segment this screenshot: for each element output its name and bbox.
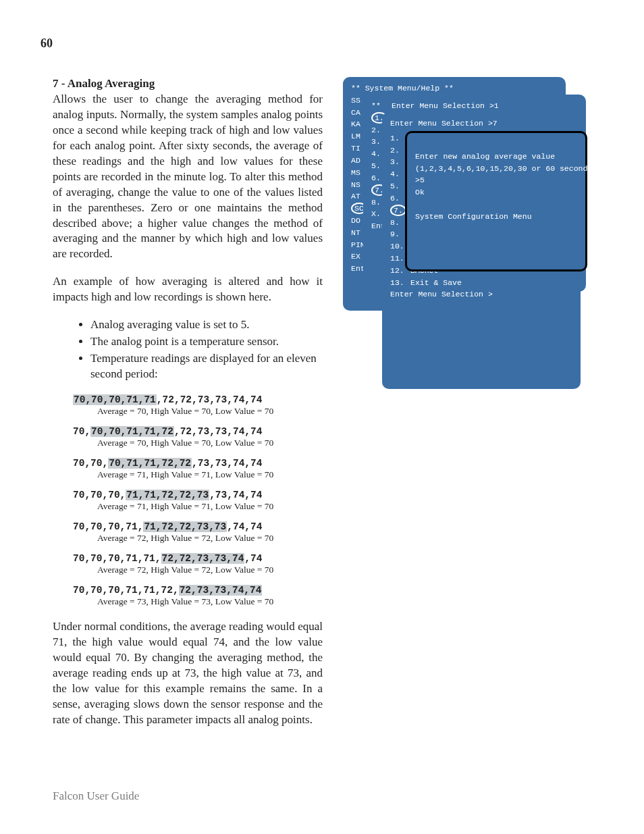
sample-block: 70,70,70,71,71,72,72,73,73,74,74Average …	[73, 426, 323, 448]
sample-caption: Average = 72, High Value = 72, Low Value…	[97, 565, 323, 575]
bullet-item: Analog averaging value is set to 5.	[90, 317, 323, 333]
paragraph-2: An example of how averaging is altered a…	[53, 274, 323, 305]
terminal-c-row: Enter Menu Selection >7	[390, 118, 572, 130]
sample-data-line: 70,70,70,71,71,72,72,73,73,74,74	[73, 394, 323, 405]
sample-block: 70,70,70,71,71,72,72,73,73,74,74Average …	[73, 458, 323, 480]
terminal-d-row	[415, 138, 577, 151]
samples-block: 70,70,70,71,71,72,72,73,73,74,74Average …	[53, 394, 323, 607]
terminal-a-title: ** System Menu/Help **	[351, 82, 558, 95]
sample-caption: Average = 71, High Value = 71, Low Value…	[97, 501, 323, 512]
sample-caption: Average = 70, High Value = 70, Low Value…	[97, 406, 323, 417]
paragraph-3: Under normal conditions, the average rea…	[53, 619, 323, 728]
terminal-layer-d: Enter new analog average value(1,2,3,4,5…	[405, 131, 587, 271]
bullet-item: Temperature readings are displayed for a…	[90, 351, 323, 382]
terminal-d-row	[415, 199, 577, 211]
sample-data-line: 70,70,70,71,71,72,72,73,73,74,74	[73, 521, 323, 532]
sample-caption: Average = 71, High Value = 71, Low Value…	[97, 469, 323, 480]
sample-data-line: 70,70,70,71,71,72,72,73,73,74,74	[73, 585, 323, 596]
terminal-d-row: >5	[415, 174, 577, 186]
terminal-b-row: **Enter Menu Selection >1	[371, 100, 578, 112]
sample-block: 70,70,70,71,71,72,72,73,73,74,74Average …	[73, 585, 323, 607]
sample-caption: Average = 70, High Value = 70, Low Value…	[97, 438, 323, 448]
page-number: 60	[41, 36, 53, 51]
sample-block: 70,70,70,71,71,72,72,73,73,74,74Average …	[73, 490, 323, 512]
paragraph-1: Allows the user to change the averaging …	[53, 92, 323, 262]
terminal-c-row: Enter Menu Selection >	[390, 288, 572, 301]
sample-data-line: 70,70,70,71,71,72,72,73,73,74,74	[73, 458, 323, 469]
bullet-list: Analog averaging value is set to 5.The a…	[53, 317, 323, 382]
sample-block: 70,70,70,71,71,72,72,73,73,74,74Average …	[73, 394, 323, 417]
sample-block: 70,70,70,71,71,72,72,73,73,74,74Average …	[73, 553, 323, 575]
footer-text: Falcon User Guide	[53, 789, 139, 803]
sample-caption: Average = 72, High Value = 72, Low Value…	[97, 533, 323, 544]
section-title: 7 - Analog Averaging	[53, 77, 323, 90]
sample-data-line: 70,70,70,71,71,72,72,73,73,74,74	[73, 490, 323, 500]
terminal-d-row: (1,2,3,4,5,6,10,15,20,30 or 60 seconds)	[415, 163, 577, 175]
terminal-d-row: System Configuration Menu	[415, 211, 577, 223]
terminal-d-row: Ok	[415, 186, 577, 199]
sample-block: 70,70,70,71,71,72,72,73,73,74,74Average …	[73, 521, 323, 544]
sample-caption: Average = 73, High Value = 73, Low Value…	[97, 596, 323, 607]
sample-data-line: 70,70,70,71,71,72,72,73,73,74,74	[73, 426, 323, 437]
terminal-d-row: Enter new analog average value	[415, 151, 577, 163]
bullet-item: The analog point is a temperature sensor…	[90, 334, 323, 350]
terminal-c-row: 13.Exit & Save	[390, 277, 572, 289]
left-column: 7 - Analog Averaging Allows the user to …	[53, 77, 323, 740]
sample-data-line: 70,70,70,71,71,72,72,73,73,74,74	[73, 553, 323, 564]
